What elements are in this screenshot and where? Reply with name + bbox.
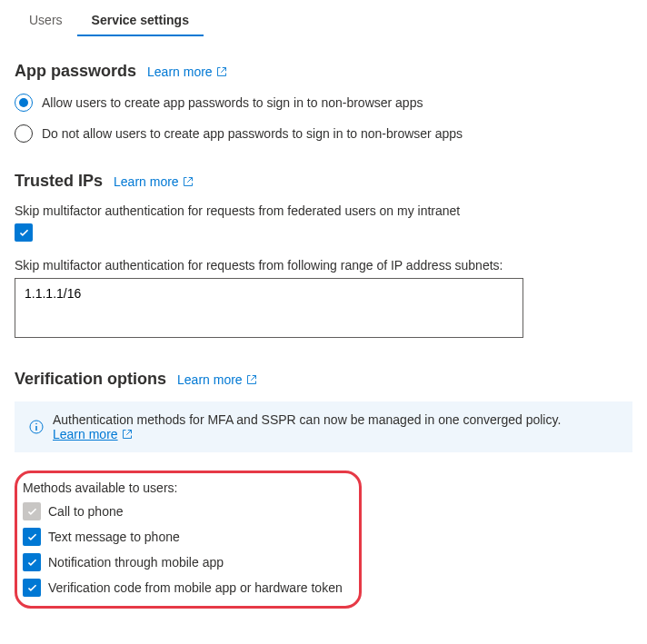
method-text-label: Text message to phone (48, 530, 180, 544)
app-passwords-header: App passwords Learn more (15, 62, 632, 81)
info-banner-text: Authentication methods for MFA and SSPR … (53, 412, 618, 441)
tab-service-settings[interactable]: Service settings (77, 4, 204, 36)
method-notification-row: Notification through mobile app (23, 553, 350, 571)
radio-allow-label: Allow users to create app passwords to s… (42, 95, 423, 110)
app-passwords-radio-group: Allow users to create app passwords to s… (15, 94, 632, 143)
radio-deny-label: Do not allow users to create app passwor… (42, 126, 463, 141)
method-code-row: Verification code from mobile app or har… (23, 579, 350, 597)
skip-federated-checkbox[interactable] (15, 223, 33, 242)
trusted-ips-title: Trusted IPs (15, 172, 103, 191)
external-link-icon (183, 176, 194, 187)
skip-federated-label: Skip multifactor authentication for requ… (15, 203, 632, 218)
learn-more-label: Learn more (114, 174, 179, 189)
trusted-ips-header: Trusted IPs Learn more (15, 172, 632, 191)
external-link-icon (122, 429, 133, 440)
method-notification-label: Notification through mobile app (48, 555, 224, 570)
app-passwords-learn-more-link[interactable]: Learn more (147, 64, 227, 79)
method-text-row: Text message to phone (23, 528, 350, 546)
svg-point-2 (35, 423, 37, 425)
method-code-label: Verification code from mobile app or har… (48, 580, 343, 595)
app-passwords-title: App passwords (15, 62, 136, 81)
checkmark-icon (18, 227, 30, 239)
external-link-icon (216, 66, 227, 77)
method-call-checkbox (23, 502, 41, 520)
ip-range-label: Skip multifactor authentication for requ… (15, 258, 632, 272)
info-icon (29, 420, 44, 434)
verification-info-banner: Authentication methods for MFA and SSPR … (15, 401, 632, 452)
checkmark-icon (26, 582, 38, 594)
checkmark-icon (26, 506, 38, 518)
radio-allow[interactable] (15, 94, 33, 112)
app-passwords-deny-option[interactable]: Do not allow users to create app passwor… (15, 124, 632, 143)
learn-more-label: Learn more (147, 64, 213, 79)
app-passwords-allow-option[interactable]: Allow users to create app passwords to s… (15, 94, 632, 112)
verification-title: Verification options (15, 370, 166, 389)
radio-deny[interactable] (15, 124, 33, 143)
method-call-row: Call to phone (23, 502, 350, 520)
learn-more-label: Learn more (177, 372, 243, 387)
methods-highlight-box: Methods available to users: Call to phon… (15, 471, 362, 609)
ip-range-input[interactable]: 1.1.1.1/16 (15, 278, 523, 338)
method-code-checkbox[interactable] (23, 579, 41, 597)
method-text-checkbox[interactable] (23, 528, 41, 546)
trusted-ips-learn-more-link[interactable]: Learn more (114, 174, 194, 189)
external-link-icon (246, 374, 257, 385)
info-text-content: Authentication methods for MFA and SSPR … (53, 412, 561, 427)
info-banner-learn-more-link[interactable]: Learn more (53, 427, 133, 441)
methods-label: Methods available to users: (23, 481, 350, 495)
method-notification-checkbox[interactable] (23, 553, 41, 571)
tab-users[interactable]: Users (15, 4, 77, 36)
verification-learn-more-link[interactable]: Learn more (177, 372, 257, 387)
checkmark-icon (26, 557, 38, 569)
verification-header: Verification options Learn more (15, 370, 632, 389)
method-call-label: Call to phone (48, 504, 124, 519)
learn-more-label: Learn more (53, 427, 118, 441)
settings-tabs: Users Service settings (15, 4, 632, 36)
checkmark-icon (26, 531, 38, 543)
